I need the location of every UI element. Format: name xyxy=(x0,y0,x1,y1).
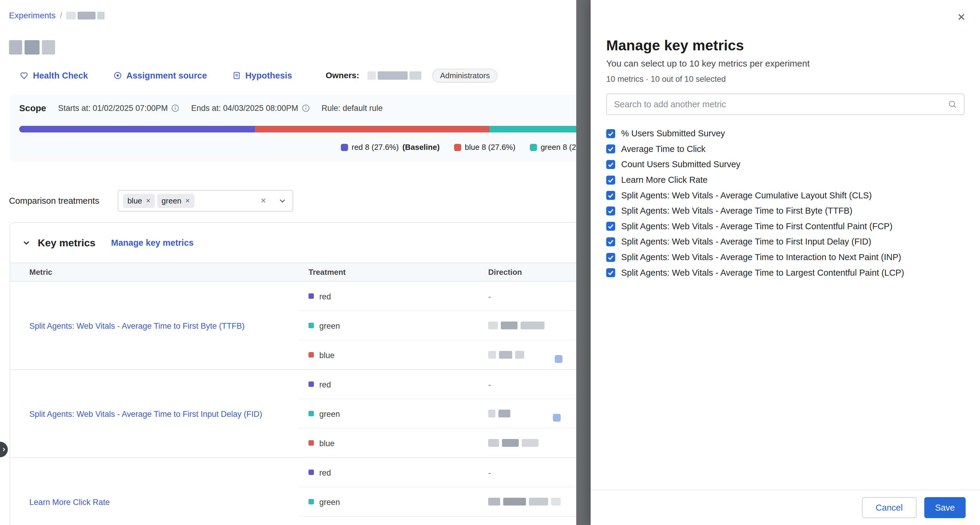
checkbox-checked[interactable] xyxy=(606,176,615,185)
legend-swatch xyxy=(341,144,348,151)
metric-checkbox-label: % Users Submitted Survey xyxy=(621,129,725,139)
info-icon[interactable] xyxy=(171,104,179,112)
column-header-direction: Direction xyxy=(479,263,576,281)
direction-redacted xyxy=(488,351,576,359)
treatment-label: green xyxy=(319,498,340,507)
panel-title: Manage key metrics xyxy=(606,37,964,54)
direction-cell xyxy=(479,487,576,516)
comparison-treatments-select[interactable]: blue✕green✕ ✕ xyxy=(118,190,293,212)
metric-checkbox-label: Count Users Submitted Survey xyxy=(621,160,740,169)
metric-checkbox-row[interactable]: Split Agents: Web Vitals - Average Time … xyxy=(606,250,964,265)
redacted-block xyxy=(488,439,499,447)
treatment-cell: red xyxy=(299,369,479,399)
checkbox-checked[interactable] xyxy=(606,222,615,231)
redacted-block xyxy=(551,498,561,506)
metric-link[interactable]: Split Agents: Web Vitals - Average Time … xyxy=(29,410,262,419)
legend-label: blue 8 (27.6%) xyxy=(465,143,515,152)
checkbox-checked[interactable] xyxy=(606,206,615,215)
metric-checkbox-row[interactable]: Split Agents: Web Vitals - Average Time … xyxy=(606,234,964,250)
checkbox-checked[interactable] xyxy=(606,160,615,169)
direction-cell xyxy=(479,311,576,340)
metric-link[interactable]: Learn More Click Rate xyxy=(29,498,110,507)
legend-item: green 8 (27.6%) xyxy=(530,143,576,152)
chevron-down-icon[interactable] xyxy=(278,196,286,205)
direction-cell xyxy=(479,399,576,428)
checkbox-checked[interactable] xyxy=(606,237,615,246)
redacted-chip xyxy=(553,414,561,421)
treatment-label: red xyxy=(319,380,331,389)
assignment-source-link[interactable]: Assignment source xyxy=(113,71,207,81)
legend-swatch xyxy=(454,144,461,151)
clear-selection-icon[interactable]: ✕ xyxy=(257,196,270,205)
direction-value: - xyxy=(488,468,491,477)
metric-checkbox-row[interactable]: Split Agents: Web Vitals - Average Time … xyxy=(606,203,964,219)
redacted-block xyxy=(66,12,76,19)
metric-checkbox-row[interactable]: Learn More Click Rate xyxy=(606,172,964,188)
close-icon[interactable]: ✕ xyxy=(957,12,966,22)
treatment-cell: red xyxy=(299,281,479,311)
treatment-label: red xyxy=(319,292,331,301)
breadcrumb: Experiments / xyxy=(9,11,105,21)
owners-label: Owners: xyxy=(326,71,359,80)
treatment-label: red xyxy=(319,468,331,477)
column-header-metric: Metric xyxy=(10,263,299,281)
breadcrumb-separator: / xyxy=(60,11,62,21)
chip-remove-icon[interactable]: ✕ xyxy=(146,197,151,204)
metric-checkbox-row[interactable]: Count Users Submitted Survey xyxy=(606,157,964,172)
info-icon[interactable] xyxy=(302,104,310,112)
metric-count-status: 10 metrics · 10 out of 10 selected xyxy=(606,75,964,84)
checkbox-checked[interactable] xyxy=(606,144,615,153)
legend-item: red 8 (27.6%)(Baseline) xyxy=(341,143,440,152)
legend-label: red 8 (27.6%) xyxy=(352,143,399,152)
metric-checkbox-row[interactable]: Average Time to Click xyxy=(606,142,964,157)
comparison-treatments-label: Comparison treatments xyxy=(9,196,99,206)
metric-search-input[interactable] xyxy=(606,94,964,115)
treatment-color-dot xyxy=(309,411,314,416)
metric-checkbox-row[interactable]: Split Agents: Web Vitals - Average Time … xyxy=(606,265,964,281)
hypothesis-link[interactable]: Hypothesis xyxy=(232,71,292,81)
scope-starts-at: Starts at: 01/02/2025 07:00PM xyxy=(58,104,179,113)
scope-ends-at: Ends at: 04/03/2025 08:00PM xyxy=(191,104,309,113)
redacted-block xyxy=(499,351,512,359)
treatment-cell: green xyxy=(299,311,479,340)
redacted-block xyxy=(488,498,500,506)
metric-checkbox-row[interactable]: Split Agents: Web Vitals - Average Time … xyxy=(606,219,964,235)
chip-remove-icon[interactable]: ✕ xyxy=(185,197,190,204)
direction-value: - xyxy=(488,380,491,389)
cancel-button[interactable]: Cancel xyxy=(862,497,916,518)
breadcrumb-experiments-link[interactable]: Experiments xyxy=(9,11,56,21)
collapse-chevron-icon[interactable] xyxy=(22,239,30,247)
allocation-segment-blue xyxy=(255,126,489,132)
checkbox-checked[interactable] xyxy=(606,191,615,200)
direction-cell xyxy=(479,340,576,369)
experiment-title-redacted xyxy=(9,40,55,54)
administrators-badge: Administrators xyxy=(432,69,498,83)
treatment-chip[interactable]: blue✕ xyxy=(123,194,155,208)
checkbox-checked[interactable] xyxy=(606,268,615,277)
key-metrics-card: Key metrics Manage key metrics Metric Tr… xyxy=(10,222,576,525)
checkbox-checked[interactable] xyxy=(606,129,615,138)
metric-checkbox-row[interactable]: Split Agents: Web Vitals - Average Cumul… xyxy=(606,188,964,203)
metric-checkbox-row[interactable]: % Users Submitted Survey xyxy=(606,126,964,142)
metric-checkbox-label: Learn More Click Rate xyxy=(621,175,708,185)
metric-checkbox-label: Split Agents: Web Vitals - Average Time … xyxy=(621,252,901,262)
search-icon xyxy=(948,99,957,112)
direction-cell xyxy=(479,516,576,525)
treatment-chip[interactable]: green✕ xyxy=(157,194,194,208)
scope-section: Scope Starts at: 01/02/2025 07:00PM Ends… xyxy=(10,95,576,162)
checkbox-checked[interactable] xyxy=(606,253,615,262)
treatment-label: green xyxy=(319,410,340,419)
direction-cell: - xyxy=(479,458,576,487)
comparison-treatments-row: Comparison treatments blue✕green✕ ✕ xyxy=(9,190,293,212)
save-button[interactable]: Save xyxy=(924,497,966,518)
metric-link[interactable]: Split Agents: Web Vitals - Average Time … xyxy=(29,322,245,330)
redacted-block xyxy=(25,40,40,54)
direction-redacted xyxy=(488,498,576,506)
chevron-right-icon xyxy=(1,447,7,453)
redacted-block xyxy=(515,351,524,359)
health-check-link[interactable]: Health Check xyxy=(20,71,88,81)
treatment-color-dot xyxy=(309,469,314,475)
manage-key-metrics-link[interactable]: Manage key metrics xyxy=(111,238,194,248)
metric-search xyxy=(606,94,964,115)
metric-checkbox-label: Split Agents: Web Vitals - Average Time … xyxy=(621,237,871,247)
